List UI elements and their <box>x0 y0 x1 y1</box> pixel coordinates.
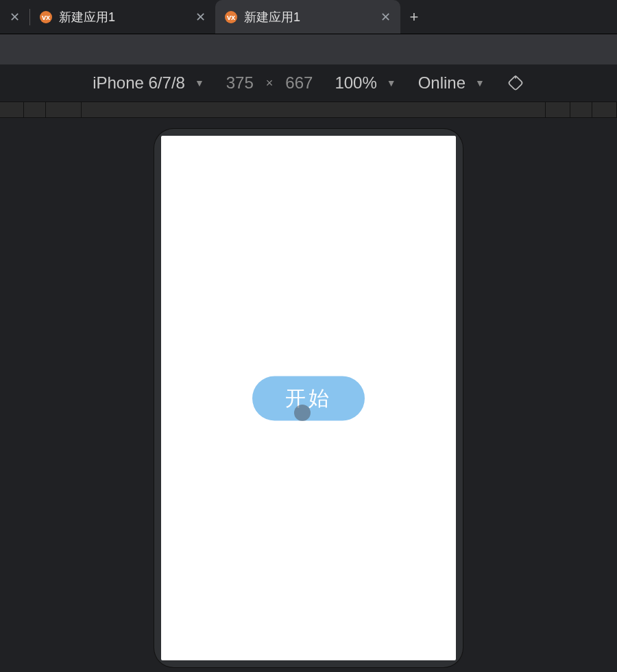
times-icon: × <box>266 76 274 91</box>
close-icon[interactable]: ✕ <box>195 11 206 23</box>
tab-label: 新建应用1 <box>59 9 189 25</box>
app-toolbar <box>0 34 617 64</box>
touch-indicator-icon <box>294 405 311 421</box>
device-screen[interactable]: 开始 <box>161 136 456 660</box>
tab-strip: ✕ vx 新建应用1 ✕ vx 新建应用1 ✕ + <box>0 0 617 34</box>
device-dimensions: 375 × 667 <box>226 73 313 93</box>
app-icon: vx <box>225 11 237 23</box>
zoom-value: 100% <box>335 73 376 93</box>
tab-app1[interactable]: vx 新建应用1 ✕ <box>30 0 215 34</box>
ruler-tick <box>24 102 46 117</box>
device-frame: 开始 <box>154 129 463 667</box>
device-stage: 开始 <box>0 118 617 672</box>
network-selector[interactable]: Online ▼ <box>418 73 485 93</box>
chevron-down-icon: ▼ <box>387 77 396 88</box>
rotate-icon[interactable] <box>507 74 524 92</box>
ruler-tick <box>46 102 82 117</box>
zoom-selector[interactable]: 100% ▼ <box>335 73 396 93</box>
ruler <box>0 101 617 118</box>
device-width-input[interactable]: 375 <box>226 73 254 93</box>
network-value: Online <box>418 73 465 93</box>
ruler-tick <box>570 102 592 117</box>
chevron-down-icon: ▼ <box>475 77 485 88</box>
ruler-tick <box>0 102 24 117</box>
tab-start-controls: ✕ <box>0 0 29 34</box>
ruler-tick <box>592 102 617 117</box>
app-icon: vx <box>40 11 52 23</box>
tab-label: 新建应用1 <box>244 9 374 25</box>
close-icon[interactable]: ✕ <box>380 11 391 23</box>
device-height-input[interactable]: 667 <box>285 73 313 93</box>
device-selector[interactable]: iPhone 6/7/8 ▼ <box>93 73 204 93</box>
chevron-down-icon: ▼ <box>195 77 204 88</box>
new-tab-button[interactable]: + <box>400 8 428 26</box>
ruler-tick <box>546 102 570 117</box>
close-icon[interactable]: ✕ <box>10 11 20 23</box>
device-name: iPhone 6/7/8 <box>93 73 185 93</box>
tab-app1-active[interactable]: vx 新建应用1 ✕ <box>215 0 400 34</box>
device-toolbar: iPhone 6/7/8 ▼ 375 × 667 100% ▼ Online ▼ <box>0 64 617 101</box>
ruler-tick <box>82 102 546 117</box>
